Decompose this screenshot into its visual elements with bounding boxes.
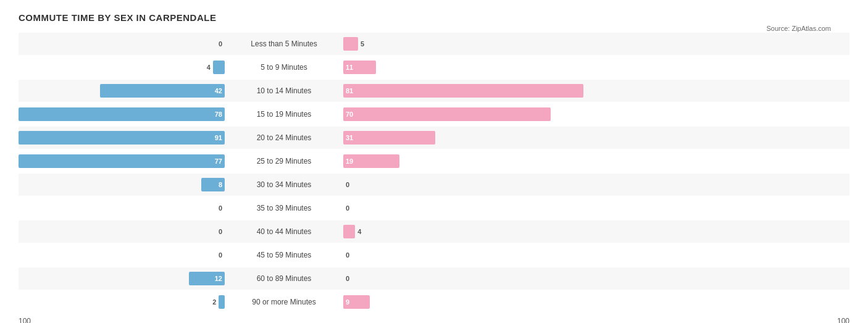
female-value-label: 5	[358, 40, 367, 48]
female-bar: 81	[343, 84, 583, 98]
row-label: 40 to 44 Minutes	[228, 227, 340, 236]
female-bar-label: 81	[346, 87, 353, 94]
table-row: 035 to 39 Minutes0	[19, 197, 849, 219]
male-bar: 42	[100, 84, 225, 98]
table-row: 45 to 9 Minutes11	[19, 56, 849, 78]
female-bar: 19	[343, 154, 399, 168]
row-label: 30 to 34 Minutes	[228, 180, 340, 189]
male-bar	[213, 61, 225, 74]
male-bar-label: 78	[215, 111, 222, 118]
table-row: 9120 to 24 Minutes31	[19, 127, 849, 149]
female-value-label: 0	[343, 204, 352, 212]
male-bar-section: 0	[19, 251, 228, 259]
male-value-label: 4	[204, 64, 213, 71]
row-label: 60 to 89 Minutes	[228, 274, 340, 283]
male-bar-section: 91	[19, 131, 228, 145]
male-value-label: 0	[216, 228, 225, 235]
chart-rows: 0Less than 5 Minutes545 to 9 Minutes1142…	[19, 33, 849, 313]
male-bar-section: 4	[19, 61, 228, 74]
female-bar: 70	[343, 107, 551, 121]
female-bar-section: 0	[340, 181, 849, 188]
female-bar-label: 19	[346, 157, 353, 165]
male-bar: 78	[19, 107, 225, 121]
male-value-label: 0	[216, 204, 225, 212]
chart-area: 0Less than 5 Minutes545 to 9 Minutes1142…	[19, 33, 849, 323]
female-bar-label: 31	[346, 134, 353, 141]
axis-left: 100	[19, 317, 31, 323]
female-bar-section: 0	[340, 251, 849, 259]
row-label: 35 to 39 Minutes	[228, 204, 340, 212]
female-value-label: 0	[343, 251, 352, 259]
table-row: 040 to 44 Minutes4	[19, 220, 849, 243]
male-bar: 12	[189, 272, 225, 285]
axis-right: 100	[837, 317, 849, 323]
male-bar-label: 77	[215, 157, 222, 165]
female-value-label: 0	[343, 275, 352, 282]
male-bar-section: 8	[19, 178, 228, 191]
row-label: 15 to 19 Minutes	[228, 110, 340, 119]
row-label: 45 to 59 Minutes	[228, 251, 340, 259]
table-row: 1260 to 89 Minutes0	[19, 267, 849, 290]
male-value-label: 0	[216, 251, 225, 259]
male-bar	[219, 295, 225, 309]
female-bar-section: 31	[340, 131, 849, 145]
table-row: 045 to 59 Minutes0	[19, 244, 849, 266]
female-bar	[343, 225, 355, 238]
source-label: Source: ZipAtlas.com	[766, 25, 831, 32]
table-row: 4210 to 14 Minutes81	[19, 80, 849, 102]
male-bar-section: 42	[19, 84, 228, 98]
row-label: 10 to 14 Minutes	[228, 86, 340, 95]
table-row: 7725 to 29 Minutes19	[19, 150, 849, 172]
table-row: 0Less than 5 Minutes5	[19, 33, 849, 55]
male-bar: 8	[201, 178, 225, 191]
male-value-label: 0	[216, 40, 225, 48]
male-bar-label: 12	[215, 275, 222, 282]
female-bar-label: 11	[346, 64, 353, 71]
table-row: 7815 to 19 Minutes70	[19, 103, 849, 125]
female-bar-section: 70	[340, 107, 849, 121]
table-row: 290 or more Minutes9	[19, 291, 849, 313]
table-row: 830 to 34 Minutes0	[19, 174, 849, 196]
male-bar-section: 77	[19, 154, 228, 168]
male-bar: 77	[19, 154, 225, 168]
female-bar: 9	[343, 295, 370, 309]
female-bar-section: 0	[340, 204, 849, 212]
male-bar: 91	[19, 131, 225, 145]
male-value-label: 2	[210, 298, 219, 306]
female-bar-section: 11	[340, 61, 849, 74]
male-bar-label: 42	[215, 87, 222, 94]
male-bar-section: 78	[19, 107, 228, 121]
female-value-label: 0	[343, 181, 352, 188]
male-bar-section: 0	[19, 228, 228, 235]
female-bar: 11	[343, 61, 376, 74]
female-bar	[343, 37, 358, 51]
male-bar-section: 2	[19, 295, 228, 309]
male-bar-label: 8	[219, 181, 222, 188]
female-bar-section: 9	[340, 295, 849, 309]
female-value-label: 4	[355, 228, 364, 235]
row-label: Less than 5 Minutes	[228, 40, 340, 48]
row-label: 25 to 29 Minutes	[228, 157, 340, 166]
female-bar-section: 81	[340, 84, 849, 98]
female-bar-section: 0	[340, 275, 849, 282]
chart-title: COMMUTE TIME BY SEX IN CARPENDALE	[19, 12, 849, 23]
female-bar: 31	[343, 131, 435, 145]
male-bar-label: 91	[215, 134, 222, 141]
female-bar-label: 9	[346, 298, 349, 306]
female-bar-section: 5	[340, 37, 849, 51]
male-bar-section: 12	[19, 272, 228, 285]
row-label: 90 or more Minutes	[228, 298, 340, 306]
axis-labels: 100 100	[19, 314, 849, 323]
row-label: 5 to 9 Minutes	[228, 63, 340, 72]
male-bar-section: 0	[19, 204, 228, 212]
female-bar-label: 70	[346, 111, 353, 118]
row-label: 20 to 24 Minutes	[228, 133, 340, 142]
male-bar-section: 0	[19, 40, 228, 48]
female-bar-section: 19	[340, 154, 849, 168]
female-bar-section: 4	[340, 225, 849, 238]
